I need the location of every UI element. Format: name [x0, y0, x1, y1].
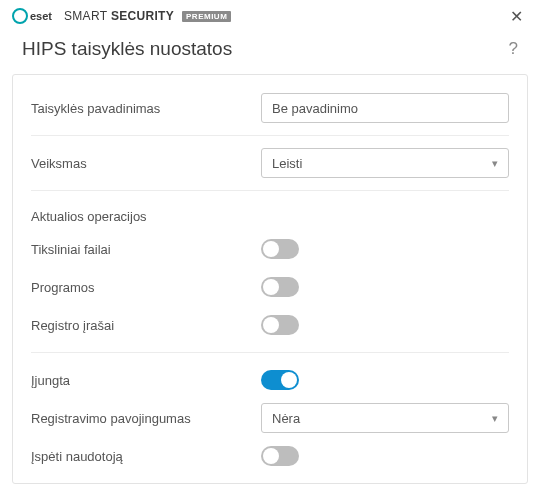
- divider: [31, 135, 509, 136]
- brand: eset SMART SECURITY PREMIUM: [12, 8, 231, 24]
- brand-bold: SECURITY: [111, 9, 174, 23]
- chevron-down-icon: ▾: [492, 412, 498, 425]
- settings-panel: Taisyklės pavadinimas Veiksmas Leisti ▾ …: [12, 74, 528, 484]
- close-button[interactable]: ✕: [504, 4, 528, 28]
- svg-point-0: [13, 9, 27, 23]
- chevron-down-icon: ▾: [492, 157, 498, 170]
- eset-logo-icon: eset: [12, 8, 58, 24]
- premium-badge: PREMIUM: [182, 11, 231, 22]
- row-notify: Įspėti naudotoją: [31, 437, 509, 475]
- registry-toggle[interactable]: [261, 315, 299, 335]
- programs-label: Programos: [31, 280, 261, 295]
- severity-select[interactable]: Nėra ▾: [261, 403, 509, 433]
- row-severity: Registravimo pavojingumas Nėra ▾: [31, 399, 509, 437]
- action-label: Veiksmas: [31, 156, 261, 171]
- action-select[interactable]: Leisti ▾: [261, 148, 509, 178]
- registry-label: Registro įrašai: [31, 318, 261, 333]
- target-files-toggle[interactable]: [261, 239, 299, 259]
- brand-light: SMART: [64, 9, 107, 23]
- row-programs: Programos: [31, 268, 509, 306]
- brand-text: SMART SECURITY: [64, 9, 174, 23]
- row-rule-name: Taisyklės pavadinimas: [31, 89, 509, 127]
- rule-name-input[interactable]: [261, 93, 509, 123]
- svg-text:eset: eset: [30, 10, 52, 22]
- enabled-label: Įjungta: [31, 373, 261, 388]
- page-title: HIPS taisyklės nuostatos: [22, 38, 232, 60]
- help-button[interactable]: ?: [509, 39, 518, 59]
- notify-toggle[interactable]: [261, 446, 299, 466]
- row-enabled: Įjungta: [31, 361, 509, 399]
- rule-name-label: Taisyklės pavadinimas: [31, 101, 261, 116]
- row-target-files: Tiksliniai failai: [31, 230, 509, 268]
- enabled-toggle[interactable]: [261, 370, 299, 390]
- titlebar: eset SMART SECURITY PREMIUM ✕: [0, 0, 540, 30]
- operations-section-title: Aktualios operacijos: [31, 199, 509, 230]
- footer: Atgal Kitas Atšaukti: [0, 496, 540, 500]
- divider: [31, 190, 509, 191]
- target-files-label: Tiksliniai failai: [31, 242, 261, 257]
- severity-select-value: Nėra: [272, 411, 300, 426]
- help-icon: ?: [509, 39, 518, 58]
- header: HIPS taisyklės nuostatos ?: [0, 30, 540, 74]
- action-select-value: Leisti: [272, 156, 302, 171]
- row-action: Veiksmas Leisti ▾: [31, 144, 509, 182]
- notify-label: Įspėti naudotoją: [31, 449, 261, 464]
- close-icon: ✕: [510, 7, 523, 26]
- divider: [31, 352, 509, 353]
- severity-label: Registravimo pavojingumas: [31, 411, 261, 426]
- programs-toggle[interactable]: [261, 277, 299, 297]
- row-registry: Registro įrašai: [31, 306, 509, 344]
